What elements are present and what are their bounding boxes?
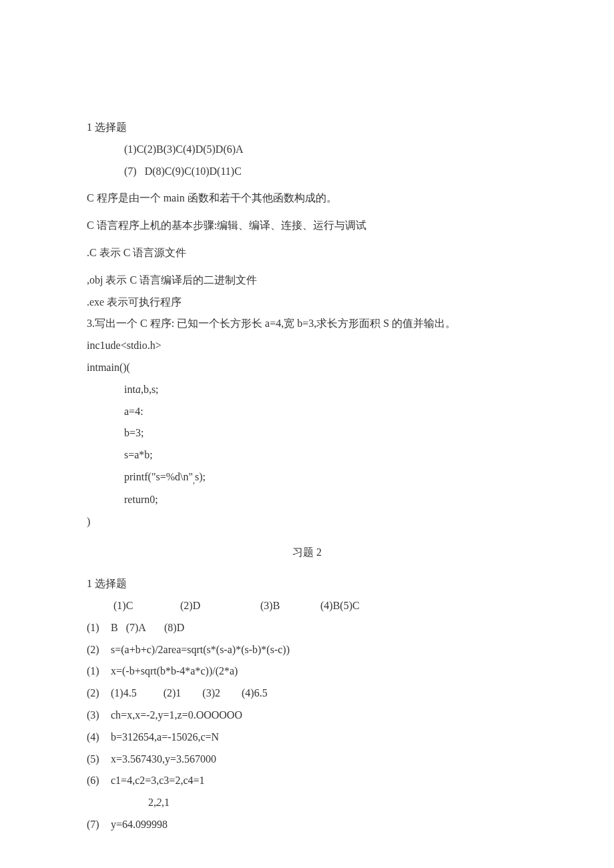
list-number: (4) <box>87 727 111 749</box>
option-4: (4)B(5)C <box>320 595 360 617</box>
section2-title: 1 选择题 <box>87 573 527 595</box>
list-item: (3) ch=x,x=-2,y=1,z=0.OOOOOO <box>87 705 527 727</box>
paragraph-4: ,obj 表示 C 语言编译后的二进制文件 <box>87 270 527 292</box>
list-item: (2) (1)4.5 (2)1 (3)2 (4)6.5 <box>87 683 527 705</box>
paragraph-2: C 语言程序上机的基本步骤:编辑、编译、连接、运行与调试 <box>87 215 527 237</box>
list-item: (2) s=(a+b+c)/2area=sqrt(s*(s-a)*(s-b)*(… <box>87 639 527 661</box>
question-3: 3.写出一个 C 程序: 已知一个长方形长 a=4,宽 b=3,求长方形面积 S… <box>87 313 527 357</box>
paragraph-5: .exe 表示可执行程序 <box>87 292 527 314</box>
list-item: (6) c1=4,c2=3,c3=2,c4=1 <box>87 770 527 792</box>
list-text: x=3.567430,y=3.567000 <box>111 749 527 771</box>
list-number: (1) <box>87 661 111 683</box>
list-number: (3) <box>87 705 111 727</box>
option-2: (2)D <box>180 595 260 617</box>
list-number: (2) <box>87 639 111 661</box>
paragraph-3: .C 表示 C 语言源文件 <box>87 242 527 264</box>
option-3: (3)B <box>260 595 320 617</box>
code-line-2: inta,b,s; <box>87 379 527 401</box>
code-line-8: ) <box>87 511 527 533</box>
text-token: 1 <box>164 797 170 808</box>
list-text: B (7)A (8)D <box>111 617 527 639</box>
code-line-5: s=a*b; <box>87 444 527 466</box>
list-number: (7) <box>87 814 111 836</box>
list-item: (1) B (7)A (8)D <box>87 617 527 639</box>
paragraph-1: C 程序是由一个 main 函数和若干个其他函数构成的。 <box>87 187 527 209</box>
list-text: ch=x,x=-2,y=1,z=0.OOOOOO <box>111 705 527 727</box>
list-number: (6) <box>87 770 111 792</box>
list-number: (1) <box>87 617 111 639</box>
list-subline: 2,2,1 <box>87 792 527 814</box>
code-line-1: intmain()( <box>87 357 527 379</box>
list-text: (1)4.5 (2)1 (3)2 (4)6.5 <box>111 683 527 705</box>
list-item: (7) y=64.099998 <box>87 814 527 836</box>
code-token-italic: a, <box>135 384 143 395</box>
code-token: printf("s=%d\n" <box>124 471 193 482</box>
section-1: 1 选择题 (1)C(2)B(3)C(4)D(5)D(6)A (7) D(8)C… <box>87 117 527 532</box>
list-item: (4) b=312654,a=-15026,c=N <box>87 727 527 749</box>
text-token-italic: 2, <box>156 797 164 808</box>
list-text: x=(-b+sqrt(b*b-4*a*c))/(2*a) <box>111 661 527 683</box>
code-line-4: b=3; <box>87 422 527 444</box>
list-number: (5) <box>87 749 111 771</box>
code-token: b,s; <box>143 384 159 395</box>
option-1: (1)C <box>113 595 180 617</box>
list-text: s=(a+b+c)/2area=sqrt(s*(s-a)*(s-b)*(s-c)… <box>111 639 527 661</box>
code-token: int <box>124 384 135 395</box>
text-token: 2, <box>148 797 156 808</box>
answers-row-1: (1)C(2)B(3)C(4)D(5)D(6)A <box>87 139 527 161</box>
options-row: (1)C (2)D (3)B (4)B(5)C <box>87 595 527 617</box>
list-item: (5) x=3.567430,y=3.567000 <box>87 749 527 771</box>
code-token: s); <box>195 471 206 482</box>
list-number: (2) <box>87 683 111 705</box>
answers-row-2: (7) D(8)C(9)C(10)D(11)C <box>87 161 527 183</box>
list-text: y=64.099998 <box>111 814 527 836</box>
list-text: b=312654,a=-15026,c=N <box>111 727 527 749</box>
section-2-heading: 习题 2 <box>87 542 527 564</box>
code-line-3: a=4: <box>87 401 527 423</box>
code-line-7: return0; <box>87 489 527 511</box>
list-text: c1=4,c2=3,c3=2,c4=1 <box>111 770 527 792</box>
code-line-6: printf("s=%d\n",s); <box>87 466 527 489</box>
section1-title: 1 选择题 <box>87 117 527 139</box>
section-2: 1 选择题 (1)C (2)D (3)B (4)B(5)C (1) B (7)A… <box>87 573 527 836</box>
list-item: (1) x=(-b+sqrt(b*b-4*a*c))/(2*a) <box>87 661 527 683</box>
